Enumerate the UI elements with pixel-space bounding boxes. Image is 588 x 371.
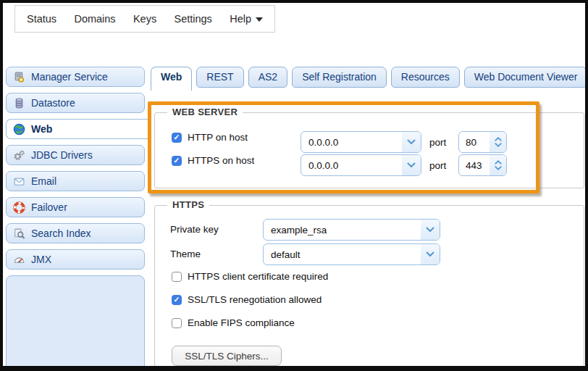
http-host-select[interactable]: 0.0.0.0 — [301, 131, 421, 153]
ssl-renegotiation-checkbox[interactable] — [172, 295, 182, 305]
private-key-label: Private key — [170, 224, 219, 235]
https-on-host-checkbox[interactable] — [172, 156, 182, 166]
nav-domains-label: Domains — [74, 13, 115, 25]
http-port-label: port — [429, 137, 446, 148]
ssl-renegotiation-row: SSL/TLS renegotiation allowed — [172, 294, 322, 305]
sidebar-item-web[interactable]: Web — [6, 119, 151, 139]
https-port-value: 443 — [459, 160, 490, 171]
https-legend: HTTPS — [167, 199, 209, 210]
sidebar-item-search-index[interactable]: Search Index — [6, 223, 145, 243]
chevron-down-icon — [421, 220, 440, 240]
sidebar-item-label: JDBC Drivers — [31, 149, 93, 161]
tab-web-document-viewer[interactable]: Web Document Viewer — [464, 67, 588, 88]
chevron-down-icon — [402, 155, 421, 175]
fips-compliance-checkbox[interactable] — [172, 318, 182, 328]
http-on-host-label: HTTP on host — [188, 132, 248, 143]
http-port-input[interactable]: 80 — [458, 131, 507, 153]
fips-compliance-row: Enable FIPS compliance — [172, 317, 295, 328]
sidebar-item-manager-service[interactable]: Manager Service — [6, 67, 145, 87]
nav-status[interactable]: Status — [27, 13, 56, 25]
nav-keys-label: Keys — [133, 13, 156, 25]
nav-help-label: Help — [230, 13, 251, 25]
nav-settings-label: Settings — [174, 13, 211, 25]
spinner-arrows-icon[interactable] — [490, 132, 506, 152]
tab-as2[interactable]: AS2 — [248, 67, 287, 88]
theme-value: default — [264, 249, 421, 260]
nav-status-label: Status — [27, 13, 56, 25]
chevron-down-icon — [421, 244, 440, 264]
nav-domains[interactable]: Domains — [74, 13, 115, 25]
ssl-tls-ciphers-button[interactable]: SSL/TLS Ciphers... — [172, 346, 282, 366]
http-on-host-checkbox[interactable] — [172, 133, 182, 143]
life-ring-icon — [13, 201, 25, 214]
sidebar-empty-panel — [6, 275, 145, 371]
client-cert-required-label: HTTPS client certificate required — [188, 271, 328, 282]
theme-label: Theme — [170, 249, 201, 259]
https-on-host-row: HTTPS on host — [172, 155, 254, 166]
http-on-host-row: HTTP on host — [172, 132, 248, 143]
nav-settings[interactable]: Settings — [174, 13, 211, 25]
https-host-value: 0.0.0.0 — [301, 160, 402, 171]
chevron-down-icon — [402, 132, 421, 152]
top-navigation: Status Domains Keys Settings Help — [14, 5, 275, 33]
client-cert-required-checkbox[interactable] — [172, 272, 182, 282]
tab-web[interactable]: Web — [151, 67, 192, 91]
theme-select[interactable]: default — [263, 243, 440, 265]
spinner-arrows-icon[interactable] — [490, 155, 506, 175]
https-host-select[interactable]: 0.0.0.0 — [301, 154, 421, 176]
globe-icon — [13, 123, 25, 136]
client-cert-required-row: HTTPS client certificate required — [172, 271, 328, 282]
tab-resources[interactable]: Resources — [391, 67, 460, 88]
https-on-host-label: HTTPS on host — [188, 155, 254, 166]
server-key-icon — [13, 71, 25, 83]
app-window: Status Domains Keys Settings Help Manage… — [0, 0, 588, 371]
search-document-icon — [13, 228, 25, 240]
https-port-label: port — [429, 160, 446, 171]
sidebar-item-failover[interactable]: Failover — [6, 197, 145, 217]
private-key-select[interactable]: example_rsa — [263, 219, 440, 241]
http-host-value: 0.0.0.0 — [301, 137, 402, 148]
https-port-input[interactable]: 443 — [458, 154, 507, 176]
tab-rest[interactable]: REST — [196, 67, 243, 88]
sidebar-item-label: Manager Service — [31, 71, 108, 83]
settings-tab-bar: Web REST AS2 Self Registration Resources… — [151, 67, 587, 91]
sidebar-item-label: JMX — [31, 254, 51, 265]
gears-icon — [13, 149, 25, 162]
sidebar-item-jdbc-drivers[interactable]: JDBC Drivers — [6, 145, 145, 165]
sidebar-item-email[interactable]: Email — [6, 171, 145, 191]
private-key-value: example_rsa — [264, 225, 421, 235]
fips-compliance-label: Enable FIPS compliance — [188, 317, 295, 328]
nav-help-menu[interactable]: Help — [230, 13, 263, 25]
sidebar-item-datastore[interactable]: Datastore — [6, 93, 145, 113]
sidebar-item-label: Failover — [31, 201, 67, 213]
caret-down-icon — [256, 17, 263, 22]
sidebar-item-label: Web — [31, 123, 52, 135]
envelope-icon — [13, 175, 25, 188]
database-icon — [13, 97, 25, 109]
sidebar-item-label: Email — [31, 175, 56, 187]
gauge-icon — [13, 254, 25, 266]
tab-self-registration[interactable]: Self Registration — [292, 67, 387, 88]
nav-keys[interactable]: Keys — [133, 13, 156, 25]
ssl-renegotiation-label: SSL/TLS renegotiation allowed — [188, 294, 322, 305]
sidebar-item-label: Datastore — [31, 97, 75, 109]
sidebar-item-jmx[interactable]: JMX — [6, 249, 145, 270]
sidebar-item-label: Search Index — [31, 228, 91, 239]
http-port-value: 80 — [459, 137, 490, 148]
web-server-legend: WEB SERVER — [167, 107, 243, 117]
